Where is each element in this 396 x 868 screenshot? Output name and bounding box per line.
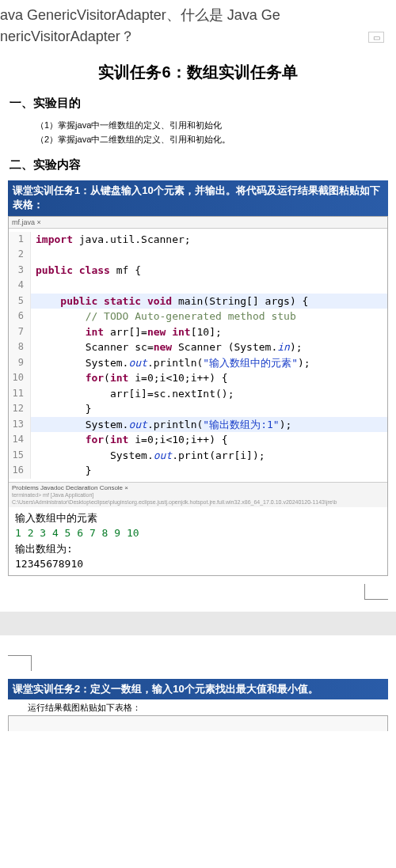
objective-item: （1）掌握java中一维数组的定义、引用和初始化 <box>36 119 396 133</box>
divider-band <box>0 612 396 635</box>
code-line: 5 public static void main(String[] args)… <box>9 294 387 309</box>
code-line: 13 System.out.println("输出数组为:1"); <box>9 417 387 433</box>
task2-banner: 课堂实训任务2：定义一数组，输入10个元素找出最大值和最小值。 <box>8 679 388 699</box>
code-line: 7 int arr[]=new int[10]; <box>9 324 387 340</box>
page-break-gap <box>8 584 388 671</box>
code-line: 10 for(int i=0;i<10;i++) { <box>9 370 387 386</box>
code-line: 14 for(int i=0;i<10;i++) { <box>9 432 387 448</box>
section-heading-objectives: 一、实验目的 <box>10 96 386 111</box>
code-line: 6 // TODO Auto-generated method stub <box>9 309 387 324</box>
code-editor-box: mf.java × 1import java.util.Scanner;2 3p… <box>8 216 388 576</box>
close-icon[interactable]: ▭ <box>368 32 384 43</box>
code-line: 3public class mf { <box>9 263 387 279</box>
task1-banner: 课堂实训任务1：从键盘输入10个元素，并输出。将代码及运行结果截图粘贴如下表格： <box>8 180 388 215</box>
objectives-list: （1）掌握java中一维数组的定义、引用和初始化 （2）掌握java中二维数组的… <box>36 119 396 146</box>
code-line: 2 <box>9 247 387 263</box>
console-output: 输入数组中的元素1 2 3 4 5 6 7 8 9 10输出数组为:123456… <box>9 507 387 575</box>
editor-tab[interactable]: mf.java × <box>9 217 387 229</box>
code-line: 4 <box>9 278 387 294</box>
code-line: 8 Scanner sc=new Scanner (System.in); <box>9 339 387 355</box>
page-header-line1: ava GenericVisitorAdapter、什么是 Java Ge <box>0 5 396 26</box>
console-tabs[interactable]: Problems Javadoc Declaration Console × t… <box>9 482 387 507</box>
crop-mark-icon <box>8 655 32 671</box>
code-line: 16 } <box>9 463 387 479</box>
crop-mark-icon <box>364 584 388 600</box>
page-header-line2: nericVisitorAdapter？ <box>0 26 396 47</box>
code-editor-box-2 <box>8 715 388 731</box>
objective-item: （2）掌握java中二维数组的定义、引用和初始化。 <box>36 133 396 147</box>
section-heading-content: 二、实验内容 <box>10 157 386 172</box>
code-area: 1import java.util.Scanner;2 3public clas… <box>9 229 387 482</box>
code-line: 12 } <box>9 401 387 417</box>
code-line: 15 System.out.print(arr[i]); <box>9 448 387 464</box>
code-line: 9 System.out.println("输入数组中的元素"); <box>9 355 387 371</box>
code-line: 11 arr[i]=sc.nextInt(); <box>9 386 387 402</box>
task2-subtitle: 运行结果截图粘贴如下表格： <box>28 702 388 714</box>
document-title: 实训任务6：数组实训任务单 <box>0 62 396 83</box>
code-line: 1import java.util.Scanner; <box>9 232 387 248</box>
